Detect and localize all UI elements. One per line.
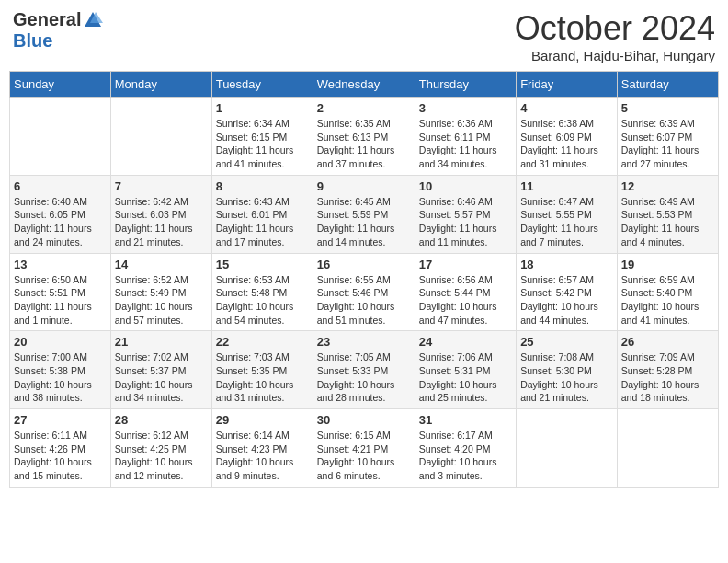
day-info: Sunrise: 6:50 AM Sunset: 5:51 PM Dayligh…	[14, 273, 107, 327]
calendar-cell: 3Sunrise: 6:36 AM Sunset: 6:11 PM Daylig…	[415, 98, 516, 176]
day-info: Sunrise: 6:55 AM Sunset: 5:46 PM Dayligh…	[317, 273, 411, 327]
day-info: Sunrise: 7:02 AM Sunset: 5:37 PM Dayligh…	[115, 350, 208, 405]
calendar-cell: 19Sunrise: 6:59 AM Sunset: 5:40 PM Dayli…	[617, 253, 718, 331]
day-number: 2	[317, 101, 411, 115]
calendar-cell: 11Sunrise: 6:47 AM Sunset: 5:55 PM Dayli…	[517, 175, 618, 253]
calendar-header-row: SundayMondayTuesdayWednesdayThursdayFrid…	[10, 72, 719, 98]
day-info: Sunrise: 6:39 AM Sunset: 6:07 PM Dayligh…	[621, 117, 714, 171]
calendar-cell: 20Sunrise: 7:00 AM Sunset: 5:38 PM Dayli…	[10, 331, 111, 409]
day-number: 22	[216, 335, 309, 349]
day-number: 25	[520, 335, 613, 349]
day-info: Sunrise: 7:03 AM Sunset: 5:35 PM Dayligh…	[216, 350, 309, 405]
day-number: 18	[520, 258, 613, 271]
calendar-week-row: 27Sunrise: 6:11 AM Sunset: 4:26 PM Dayli…	[10, 409, 719, 488]
day-number: 9	[317, 179, 411, 193]
header: General Blue October 2024 Barand, Hajdu-…	[9, 9, 719, 63]
calendar-cell	[110, 98, 211, 176]
day-of-week-header: Friday	[517, 72, 618, 98]
calendar-cell: 27Sunrise: 6:11 AM Sunset: 4:26 PM Dayli…	[10, 409, 111, 488]
day-number: 27	[14, 413, 107, 427]
calendar-cell: 22Sunrise: 7:03 AM Sunset: 5:35 PM Dayli…	[211, 331, 313, 409]
day-number: 16	[317, 258, 411, 271]
day-number: 23	[317, 335, 411, 349]
day-number: 8	[216, 179, 309, 193]
day-number: 29	[216, 413, 309, 427]
logo: General Blue	[13, 9, 103, 52]
day-of-week-header: Thursday	[415, 72, 516, 98]
day-info: Sunrise: 6:12 AM Sunset: 4:25 PM Dayligh…	[115, 429, 208, 483]
calendar-cell	[10, 98, 111, 176]
day-number: 17	[419, 258, 512, 271]
day-info: Sunrise: 6:49 AM Sunset: 5:53 PM Dayligh…	[621, 195, 714, 249]
calendar-cell: 23Sunrise: 7:05 AM Sunset: 5:33 PM Dayli…	[313, 331, 415, 409]
title-area: October 2024 Barand, Hajdu-Bihar, Hungar…	[515, 9, 715, 63]
day-info: Sunrise: 6:38 AM Sunset: 6:09 PM Dayligh…	[520, 117, 613, 171]
calendar-cell: 6Sunrise: 6:40 AM Sunset: 6:05 PM Daylig…	[10, 175, 111, 253]
day-info: Sunrise: 6:46 AM Sunset: 5:57 PM Dayligh…	[419, 195, 512, 249]
location-title: Barand, Hajdu-Bihar, Hungary	[515, 48, 715, 63]
month-title: October 2024	[515, 9, 715, 48]
day-info: Sunrise: 7:00 AM Sunset: 5:38 PM Dayligh…	[14, 350, 107, 405]
day-number: 4	[520, 101, 613, 115]
day-number: 31	[419, 413, 512, 427]
calendar-cell: 28Sunrise: 6:12 AM Sunset: 4:25 PM Dayli…	[110, 409, 211, 488]
day-info: Sunrise: 6:17 AM Sunset: 4:20 PM Dayligh…	[419, 429, 512, 483]
day-of-week-header: Wednesday	[313, 72, 415, 98]
day-number: 6	[14, 179, 107, 193]
day-info: Sunrise: 6:11 AM Sunset: 4:26 PM Dayligh…	[14, 429, 107, 483]
logo-icon	[83, 10, 103, 30]
day-info: Sunrise: 7:09 AM Sunset: 5:28 PM Dayligh…	[621, 350, 714, 405]
day-of-week-header: Monday	[110, 72, 211, 98]
calendar-cell: 15Sunrise: 6:53 AM Sunset: 5:48 PM Dayli…	[211, 253, 313, 331]
day-info: Sunrise: 7:08 AM Sunset: 5:30 PM Dayligh…	[520, 350, 613, 405]
calendar-week-row: 20Sunrise: 7:00 AM Sunset: 5:38 PM Dayli…	[10, 331, 719, 409]
day-number: 26	[621, 335, 714, 349]
calendar-cell	[617, 409, 718, 488]
day-number: 12	[621, 179, 714, 193]
day-info: Sunrise: 6:35 AM Sunset: 6:13 PM Dayligh…	[317, 117, 411, 171]
logo-blue-text: Blue	[13, 30, 52, 51]
day-info: Sunrise: 6:59 AM Sunset: 5:40 PM Dayligh…	[621, 273, 714, 327]
calendar-cell: 29Sunrise: 6:14 AM Sunset: 4:23 PM Dayli…	[211, 409, 313, 488]
day-number: 1	[216, 101, 309, 115]
calendar-body: 1Sunrise: 6:34 AM Sunset: 6:15 PM Daylig…	[10, 98, 719, 488]
day-info: Sunrise: 6:36 AM Sunset: 6:11 PM Dayligh…	[419, 117, 512, 171]
day-number: 14	[115, 258, 208, 271]
calendar-cell: 10Sunrise: 6:46 AM Sunset: 5:57 PM Dayli…	[415, 175, 516, 253]
day-info: Sunrise: 6:43 AM Sunset: 6:01 PM Dayligh…	[216, 195, 309, 249]
day-info: Sunrise: 6:34 AM Sunset: 6:15 PM Dayligh…	[216, 117, 309, 171]
calendar-cell: 25Sunrise: 7:08 AM Sunset: 5:30 PM Dayli…	[517, 331, 618, 409]
calendar-cell: 8Sunrise: 6:43 AM Sunset: 6:01 PM Daylig…	[211, 175, 313, 253]
day-info: Sunrise: 6:57 AM Sunset: 5:42 PM Dayligh…	[520, 273, 613, 327]
calendar-cell: 5Sunrise: 6:39 AM Sunset: 6:07 PM Daylig…	[617, 98, 718, 176]
day-info: Sunrise: 6:47 AM Sunset: 5:55 PM Dayligh…	[520, 195, 613, 249]
calendar-cell: 24Sunrise: 7:06 AM Sunset: 5:31 PM Dayli…	[415, 331, 516, 409]
calendar-cell: 2Sunrise: 6:35 AM Sunset: 6:13 PM Daylig…	[313, 98, 415, 176]
day-number: 13	[14, 258, 107, 271]
calendar-cell: 30Sunrise: 6:15 AM Sunset: 4:21 PM Dayli…	[313, 409, 415, 488]
day-number: 24	[419, 335, 512, 349]
day-info: Sunrise: 6:15 AM Sunset: 4:21 PM Dayligh…	[317, 429, 411, 483]
calendar-cell: 21Sunrise: 7:02 AM Sunset: 5:37 PM Dayli…	[110, 331, 211, 409]
calendar-cell: 7Sunrise: 6:42 AM Sunset: 6:03 PM Daylig…	[110, 175, 211, 253]
calendar-cell: 4Sunrise: 6:38 AM Sunset: 6:09 PM Daylig…	[517, 98, 618, 176]
day-info: Sunrise: 6:45 AM Sunset: 5:59 PM Dayligh…	[317, 195, 411, 249]
calendar-cell: 12Sunrise: 6:49 AM Sunset: 5:53 PM Dayli…	[617, 175, 718, 253]
calendar-cell: 17Sunrise: 6:56 AM Sunset: 5:44 PM Dayli…	[415, 253, 516, 331]
calendar-cell: 26Sunrise: 7:09 AM Sunset: 5:28 PM Dayli…	[617, 331, 718, 409]
day-number: 11	[520, 179, 613, 193]
day-number: 19	[621, 258, 714, 271]
calendar-week-row: 6Sunrise: 6:40 AM Sunset: 6:05 PM Daylig…	[10, 175, 719, 253]
day-info: Sunrise: 7:06 AM Sunset: 5:31 PM Dayligh…	[419, 350, 512, 405]
day-number: 28	[115, 413, 208, 427]
day-number: 30	[317, 413, 411, 427]
day-number: 3	[419, 101, 512, 115]
day-number: 21	[115, 335, 208, 349]
day-info: Sunrise: 6:53 AM Sunset: 5:48 PM Dayligh…	[216, 273, 309, 327]
day-of-week-header: Sunday	[10, 72, 111, 98]
day-number: 20	[14, 335, 107, 349]
day-info: Sunrise: 6:42 AM Sunset: 6:03 PM Dayligh…	[115, 195, 208, 249]
day-info: Sunrise: 7:05 AM Sunset: 5:33 PM Dayligh…	[317, 350, 411, 405]
logo-general-text: General	[13, 9, 81, 30]
calendar-cell: 9Sunrise: 6:45 AM Sunset: 5:59 PM Daylig…	[313, 175, 415, 253]
